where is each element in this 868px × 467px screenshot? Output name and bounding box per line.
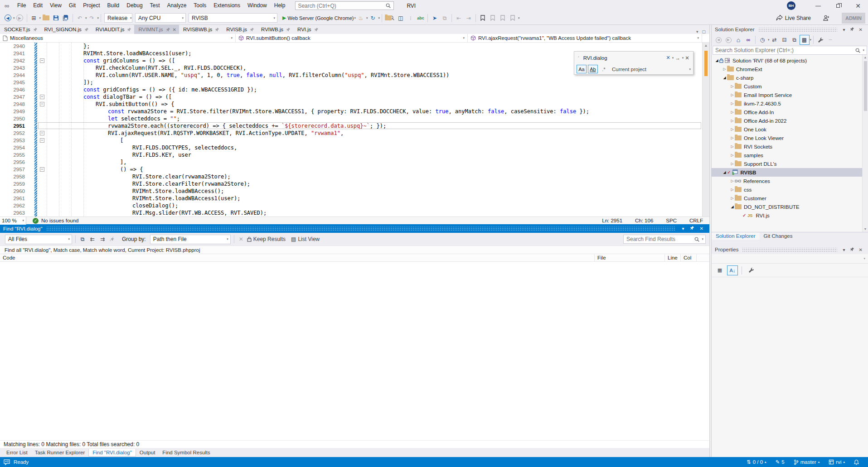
code-line-2961[interactable]: 2961RVIMnt.Store.loadWBAccess1(user); [0, 195, 709, 202]
tree-expander-icon[interactable]: ▷ [730, 101, 735, 106]
next-bookmark-button[interactable] [498, 13, 508, 23]
zoom-select[interactable]: 100 %▾ [0, 217, 26, 225]
next-location-button[interactable]: ⇉ [97, 234, 107, 244]
restore-button[interactable] [828, 0, 848, 11]
menu-item-debug[interactable]: Debug [123, 0, 146, 11]
code-line-2963[interactable]: 2963RVI.Msg.slider(RVT.WB.ACCESS, RVT.SA… [0, 209, 709, 217]
fold-collapse-icon[interactable]: − [40, 138, 44, 143]
find-expand-chevron-icon[interactable]: ˆ [577, 56, 581, 60]
menu-item-help[interactable]: Help [271, 0, 289, 11]
tree-expander-icon[interactable]: ◢ [730, 205, 735, 209]
settings-wrench-button[interactable] [815, 35, 825, 45]
live-share-button[interactable]: Live Share [776, 15, 811, 21]
code-line-2957[interactable]: 2957−() => { [0, 166, 709, 173]
current-repository-button[interactable]: rvi▴ [824, 457, 849, 467]
alphabetical-view-button[interactable]: A↓ [727, 265, 738, 275]
scroll-down-icon[interactable]: ▼ [863, 226, 868, 232]
tree-item-one-look-viewer[interactable]: ▷One Look Viewer [712, 134, 868, 142]
tree-expander-icon[interactable]: ▷ [730, 136, 735, 140]
collapse-all-button[interactable]: ⊟ [780, 35, 790, 45]
scroll-thumb[interactable] [864, 61, 867, 111]
menu-item-view[interactable]: View [46, 0, 65, 11]
results-column-code[interactable]: Code [0, 254, 595, 262]
tree-expander-icon[interactable]: ▷ [730, 188, 735, 192]
switch-views-button[interactable]: ∞ [743, 35, 753, 45]
filter-results-button[interactable]: ▾̸ [107, 234, 117, 244]
account-avatar[interactable]: BH [787, 1, 795, 10]
restart-button[interactable]: ↻ [368, 13, 378, 23]
find-scope-select[interactable]: Current project ▾ [608, 67, 691, 72]
window-position-dropdown-icon[interactable]: ▾ [841, 27, 848, 32]
code-line-2958[interactable]: 2958RVI.Store.clear(rvwama2Store); [0, 173, 709, 180]
sync-commits-button[interactable]: ⇅ 0 / 0▴ [742, 457, 771, 467]
fold-collapse-icon[interactable]: − [40, 58, 44, 63]
pin-icon[interactable] [687, 226, 697, 231]
tree-item-support-dll-s[interactable]: ▷Support DLL's [712, 159, 868, 168]
tree-expander-icon[interactable]: ▷ [730, 162, 735, 166]
tree-expander-icon[interactable]: ▷ [730, 84, 735, 88]
code-line-2940[interactable]: 2940}; [0, 43, 709, 50]
tree-item-ikvm-7-2-4630-5[interactable]: ▷ikvm-7.2.4630.5 [712, 99, 868, 108]
tree-expander-icon[interactable]: ▷ [730, 196, 735, 200]
platform-select[interactable]: Any CPU▾ [135, 13, 186, 23]
pin-icon[interactable] [127, 27, 131, 32]
code-line-2955[interactable]: 2955RVI.FLDS.KEY, user [0, 151, 709, 159]
close-panel-icon[interactable]: ✕ [697, 226, 706, 231]
menu-item-file[interactable]: File [14, 0, 29, 11]
sidebar-tab-solution-explorer[interactable]: Solution Explorer [712, 232, 760, 240]
bottom-tab-find-rvi-dialog-[interactable]: Find "RVI.dialog" [88, 449, 136, 457]
menu-item-project[interactable]: Project [79, 0, 103, 11]
code-line-2951[interactable]: 2951rvwama2Store.each((storerecord) => {… [0, 122, 709, 130]
code-line-2959[interactable]: 2959RVI.Store.clearFilter(rvwama2Store); [0, 180, 709, 188]
tree-item-customer[interactable]: ▷Customer [712, 194, 868, 202]
code-line-2956[interactable]: 2956], [0, 159, 709, 166]
indentation-indicator[interactable]: SPC [659, 218, 683, 223]
tree-item-c-sharp[interactable]: ◢c-sharp [712, 73, 868, 82]
code-line-2947[interactable]: 2947−const dialogTBar = () => ([ [0, 93, 709, 101]
line-ending-indicator[interactable]: CRLF [683, 218, 709, 223]
results-column-line[interactable]: Line [665, 254, 681, 262]
menu-item-edit[interactable]: Edit [29, 0, 46, 11]
properties-pages-button[interactable]: ⧉ [790, 35, 800, 45]
find-query-input[interactable]: RVI.dialog [581, 55, 665, 61]
code-line-2946[interactable]: 2946const gridConfigs = () => ({ id: me.… [0, 86, 709, 93]
tree-item-rvi-js[interactable]: ✓JSRVI.js [712, 211, 868, 220]
menu-item-tools[interactable]: Tools [190, 0, 210, 11]
tree-expander-icon[interactable]: ◢ [722, 76, 727, 80]
properties-grid[interactable] [712, 277, 868, 467]
close-button[interactable]: ✕ [848, 0, 868, 11]
previous-location-button[interactable]: ⇇ [87, 234, 97, 244]
tree-expander-icon[interactable]: ▷ [722, 67, 727, 71]
pin-icon[interactable] [250, 27, 254, 32]
pin-icon[interactable] [215, 27, 219, 32]
group-by-select[interactable]: Path then File▾ [150, 235, 231, 244]
toggle-bookmark-button[interactable] [478, 13, 488, 23]
find-panel-title-bar[interactable]: Find "RVI.dialog" ▾ ✕ [0, 224, 709, 233]
menu-item-git[interactable]: Git [65, 0, 79, 11]
tree-item-rvi-sockets[interactable]: ▷RVI Sockets [712, 142, 868, 151]
se-back-button[interactable]: ◀ [713, 35, 723, 45]
code-line-2948[interactable]: 2948−RVI.submitButton(() => { [0, 101, 709, 108]
add-user-icon[interactable] [823, 15, 830, 21]
pin-icon[interactable] [166, 27, 170, 32]
fold-collapse-icon[interactable]: − [40, 131, 44, 135]
tree-item-samples[interactable]: ▷samples [712, 151, 868, 159]
dropdown-arrow-icon[interactable]: ▾ [693, 36, 699, 40]
tree-expander-icon[interactable]: ▷ [730, 127, 735, 131]
document-tab-rviwb.js[interactable]: RVIWB.js [257, 25, 293, 34]
categorized-view-button[interactable]: ▦ [714, 265, 725, 275]
code-line-2954[interactable]: 2954RVI.FLDS.DOCTYPES, selecteddocs, [0, 144, 709, 151]
list-view-button[interactable]: ▤ List View [290, 234, 320, 244]
pending-edits-button[interactable]: ✎ 5 [771, 457, 789, 467]
tree-item-css[interactable]: ▷css [712, 185, 868, 194]
pin-icon[interactable] [848, 27, 857, 33]
open-file-button[interactable] [41, 13, 51, 23]
code-line-2952[interactable]: 2952−RVI.ajaxRequest(RVI.RQSTYP.WORKBASK… [0, 130, 709, 137]
save-button[interactable] [51, 13, 61, 23]
clear-query-icon[interactable]: ✕ [665, 55, 672, 61]
admin-button[interactable]: ADMIN [842, 13, 865, 24]
find-in-files-button[interactable] [384, 13, 396, 23]
window-position-dropdown-icon[interactable]: ▾ [841, 247, 848, 252]
dropdown-arrow-icon[interactable]: ▾ [226, 36, 233, 40]
start-debugging-button[interactable]: ▶ Web Server (Google Chrome) [282, 15, 354, 21]
